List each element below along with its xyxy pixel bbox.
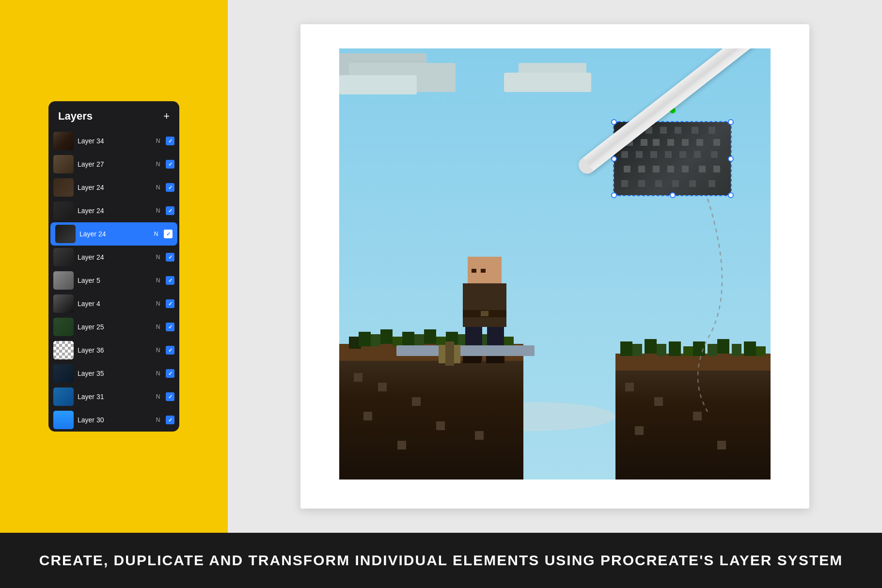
layer-mode-layer-4: N — [154, 300, 162, 307]
layers-list: Layer 34NLayer 27NLayer 24NLayer 24NLaye… — [48, 129, 179, 432]
layer-item-layer-35[interactable]: Layer 35N — [48, 362, 179, 385]
layer-name-layer-36: Layer 36 — [78, 346, 150, 354]
sel-block-20 — [694, 151, 701, 158]
layer-visibility-layer-35[interactable] — [166, 369, 174, 378]
layer-thumb-layer-31 — [53, 387, 74, 406]
sel-block-34 — [709, 180, 715, 187]
sel-block-30 — [638, 180, 645, 187]
veg-6 — [402, 332, 414, 346]
caption-text: CREATE, DUPLICATE AND TRANSFORM INDIVIDU… — [39, 552, 843, 569]
layer-item-layer-24-active[interactable]: Layer 24N — [50, 222, 177, 246]
sel-handle-mr[interactable] — [728, 156, 734, 162]
stone-block-6 — [475, 431, 484, 440]
layer-visibility-layer-25[interactable] — [166, 323, 174, 331]
char-eye-l — [472, 269, 476, 273]
veg-r-5 — [669, 341, 681, 356]
stone-block-3 — [412, 397, 421, 406]
stone-block-r-1 — [625, 383, 634, 391]
sel-handle-br[interactable] — [728, 192, 734, 198]
sel-block-10 — [653, 139, 660, 146]
layer-mode-layer-31: N — [154, 393, 162, 400]
veg-4 — [380, 329, 393, 344]
layer-visibility-layer-31[interactable] — [166, 392, 174, 401]
sel-handle-bm[interactable] — [670, 192, 676, 198]
layer-mode-layer-30: N — [154, 417, 162, 423]
stone-block-2 — [378, 383, 387, 391]
layer-thumb-layer-30 — [53, 411, 74, 429]
sel-handle-ml[interactable] — [611, 156, 617, 162]
layer-name-layer-31: Layer 31 — [78, 393, 150, 401]
stone-block-r-4 — [635, 426, 644, 435]
layer-mode-layer-5: N — [154, 277, 162, 284]
stone-block-r-3 — [693, 412, 702, 420]
layer-item-layer-34[interactable]: Layer 34N — [48, 129, 179, 153]
sel-handle-bl[interactable] — [611, 192, 617, 198]
layer-mode-layer-34: N — [154, 138, 162, 144]
sel-block-22 — [624, 166, 630, 172]
sel-block-7 — [709, 127, 715, 134]
layer-item-layer-24c[interactable]: Layer 24N — [48, 246, 179, 269]
sel-block-26 — [682, 166, 689, 172]
stone-block-r-2 — [654, 397, 663, 406]
right-panel — [228, 0, 882, 533]
stone-block-1 — [354, 373, 362, 382]
main-area: Layers + Layer 34NLayer 27NLayer 24NLaye… — [0, 0, 882, 533]
veg-r-9 — [717, 339, 729, 354]
layer-visibility-layer-36[interactable] — [166, 346, 174, 355]
layer-name-layer-25: Layer 25 — [78, 323, 150, 331]
sel-block-29 — [621, 180, 628, 187]
sel-block-4 — [660, 127, 667, 134]
layer-thumb-layer-35 — [53, 364, 74, 383]
sel-block-13 — [696, 139, 703, 146]
layer-thumb-layer-4 — [53, 294, 74, 313]
layers-header: Layers + — [48, 101, 179, 129]
layer-visibility-layer-34[interactable] — [166, 137, 174, 145]
sel-block-28 — [713, 166, 720, 172]
ground-left — [339, 344, 523, 480]
sel-block-25 — [667, 166, 674, 172]
layer-name-layer-27: Layer 27 — [78, 160, 150, 168]
sel-handle-tl[interactable] — [611, 119, 617, 125]
layer-visibility-layer-24a[interactable] — [166, 183, 174, 192]
layer-item-layer-24a[interactable]: Layer 24N — [48, 176, 179, 199]
layer-visibility-layer-27[interactable] — [166, 160, 174, 169]
veg-r-10 — [732, 344, 741, 356]
layer-visibility-layer-24-active[interactable] — [164, 230, 173, 238]
ground-right — [615, 354, 771, 480]
layer-item-layer-27[interactable]: Layer 27N — [48, 153, 179, 176]
layer-name-layer-4: Layer 4 — [78, 300, 150, 308]
layer-item-layer-36[interactable]: Layer 36N — [48, 339, 179, 362]
layer-thumb-layer-27 — [53, 155, 74, 173]
veg-r-2 — [632, 344, 642, 356]
veg-r-7 — [693, 341, 705, 356]
stone-block-4 — [363, 412, 372, 420]
sel-block-11 — [667, 139, 674, 146]
layer-item-layer-31[interactable]: Layer 31N — [48, 385, 179, 408]
layer-name-layer-24b: Layer 24 — [78, 207, 150, 215]
sel-block-18 — [665, 151, 672, 158]
layer-item-layer-30[interactable]: Layer 30N — [48, 408, 179, 432]
layer-visibility-layer-24c[interactable] — [166, 253, 174, 262]
canvas-paper[interactable] — [300, 24, 809, 509]
char-body — [463, 283, 506, 327]
sel-block-21 — [711, 151, 718, 158]
layers-title: Layers — [58, 110, 93, 123]
sel-block-5 — [675, 127, 681, 134]
layer-thumb-layer-5 — [53, 271, 74, 290]
layer-item-layer-25[interactable]: Layer 25N — [48, 315, 179, 339]
layer-visibility-layer-4[interactable] — [166, 299, 174, 308]
layer-visibility-layer-30[interactable] — [166, 416, 174, 424]
layer-mode-layer-24c: N — [154, 254, 162, 261]
sword-blade — [396, 345, 535, 356]
layer-item-layer-4[interactable]: Layer 4N — [48, 292, 179, 315]
dirt-top-right — [615, 354, 771, 371]
layer-item-layer-24b[interactable]: Layer 24N — [48, 199, 179, 222]
veg-r-12 — [756, 346, 766, 356]
layer-thumb-layer-24b — [53, 201, 74, 220]
layers-add-button[interactable]: + — [163, 111, 170, 122]
layer-visibility-layer-24b[interactable] — [166, 206, 174, 215]
veg-r-3 — [645, 339, 657, 354]
layer-item-layer-5[interactable]: Layer 5N — [48, 269, 179, 292]
sel-handle-tr[interactable] — [728, 119, 734, 125]
layer-visibility-layer-5[interactable] — [166, 276, 174, 285]
